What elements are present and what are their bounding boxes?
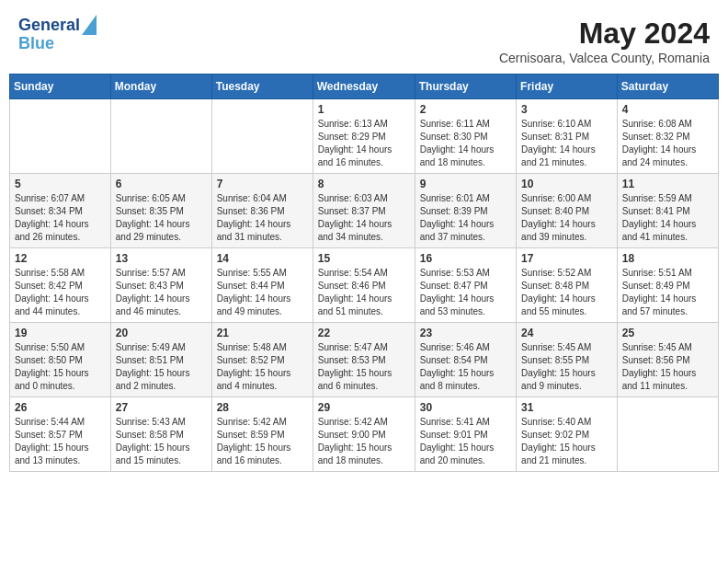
- day-info: Sunrise: 5:45 AMSunset: 8:55 PMDaylight:…: [521, 341, 612, 393]
- calendar-cell: 28Sunrise: 5:42 AMSunset: 8:59 PMDayligh…: [211, 397, 313, 472]
- calendar-cell: 18Sunrise: 5:51 AMSunset: 8:49 PMDayligh…: [617, 248, 718, 323]
- calendar-cell: 13Sunrise: 5:57 AMSunset: 8:43 PMDayligh…: [110, 248, 211, 323]
- calendar-cell: 14Sunrise: 5:55 AMSunset: 8:44 PMDayligh…: [211, 248, 313, 323]
- calendar-cell: 15Sunrise: 5:54 AMSunset: 8:46 PMDayligh…: [313, 248, 415, 323]
- day-info: Sunrise: 6:01 AMSunset: 8:39 PMDaylight:…: [420, 192, 511, 244]
- day-info: Sunrise: 5:52 AMSunset: 8:48 PMDaylight:…: [521, 267, 612, 318]
- calendar-cell: 16Sunrise: 5:53 AMSunset: 8:47 PMDayligh…: [415, 248, 516, 323]
- day-header-wednesday: Wednesday: [313, 75, 415, 99]
- day-number: 24: [521, 327, 612, 339]
- day-number: 4: [622, 103, 713, 116]
- day-info: Sunrise: 5:42 AMSunset: 8:59 PMDaylight:…: [217, 416, 308, 467]
- day-info: Sunrise: 5:57 AMSunset: 8:43 PMDaylight:…: [116, 267, 207, 318]
- day-info: Sunrise: 5:49 AMSunset: 8:51 PMDaylight:…: [116, 341, 207, 393]
- day-info: Sunrise: 5:53 AMSunset: 8:47 PMDaylight:…: [420, 267, 511, 318]
- day-number: 21: [217, 327, 308, 339]
- calendar-cell: 4Sunrise: 6:08 AMSunset: 8:32 PMDaylight…: [617, 99, 718, 174]
- day-number: 15: [318, 252, 410, 265]
- day-header-tuesday: Tuesday: [211, 75, 313, 99]
- day-info: Sunrise: 6:03 AMSunset: 8:37 PMDaylight:…: [318, 192, 410, 244]
- day-number: 12: [15, 252, 106, 265]
- day-number: 26: [15, 401, 106, 414]
- day-number: 20: [116, 327, 207, 339]
- day-number: 30: [420, 401, 511, 414]
- day-info: Sunrise: 5:44 AMSunset: 8:57 PMDaylight:…: [15, 416, 106, 467]
- calendar-title: May 2024: [499, 17, 710, 51]
- calendar-cell: 1Sunrise: 6:13 AMSunset: 8:29 PMDaylight…: [313, 99, 415, 174]
- calendar-week-row: 26Sunrise: 5:44 AMSunset: 8:57 PMDayligh…: [10, 397, 719, 472]
- day-info: Sunrise: 6:04 AMSunset: 8:36 PMDaylight:…: [217, 192, 308, 244]
- day-info: Sunrise: 6:11 AMSunset: 8:30 PMDaylight:…: [420, 118, 511, 169]
- day-header-saturday: Saturday: [617, 75, 718, 99]
- day-number: 19: [15, 327, 106, 339]
- calendar-week-row: 19Sunrise: 5:50 AMSunset: 8:50 PMDayligh…: [10, 323, 719, 397]
- day-info: Sunrise: 5:48 AMSunset: 8:52 PMDaylight:…: [217, 341, 308, 393]
- day-number: 25: [622, 327, 713, 339]
- day-header-thursday: Thursday: [415, 75, 516, 99]
- calendar-cell: 9Sunrise: 6:01 AMSunset: 8:39 PMDaylight…: [415, 174, 516, 248]
- calendar-cell: 19Sunrise: 5:50 AMSunset: 8:50 PMDayligh…: [10, 323, 111, 397]
- day-number: 14: [217, 252, 308, 265]
- calendar-cell: 17Sunrise: 5:52 AMSunset: 8:48 PMDayligh…: [517, 248, 618, 323]
- day-number: 17: [521, 252, 612, 265]
- day-number: 5: [15, 178, 106, 190]
- svg-marker-0: [82, 15, 97, 35]
- day-number: 13: [116, 252, 207, 265]
- day-number: 28: [217, 401, 308, 414]
- calendar-cell: 10Sunrise: 6:00 AMSunset: 8:40 PMDayligh…: [517, 174, 618, 248]
- calendar-cell: [211, 99, 313, 174]
- calendar-cell: 25Sunrise: 5:45 AMSunset: 8:56 PMDayligh…: [617, 323, 718, 397]
- page-header: General Blue May 2024 Cernisoara, Valcea…: [9, 9, 719, 70]
- day-info: Sunrise: 6:08 AMSunset: 8:32 PMDaylight:…: [622, 118, 713, 169]
- day-number: 31: [521, 401, 612, 414]
- day-header-sunday: Sunday: [10, 75, 111, 99]
- day-number: 23: [420, 327, 511, 339]
- calendar-cell: 24Sunrise: 5:45 AMSunset: 8:55 PMDayligh…: [517, 323, 618, 397]
- day-header-monday: Monday: [110, 75, 211, 99]
- calendar-cell: 2Sunrise: 6:11 AMSunset: 8:30 PMDaylight…: [415, 99, 516, 174]
- day-info: Sunrise: 5:41 AMSunset: 9:01 PMDaylight:…: [420, 416, 511, 467]
- day-info: Sunrise: 5:51 AMSunset: 8:49 PMDaylight:…: [622, 267, 713, 318]
- calendar-table: SundayMondayTuesdayWednesdayThursdayFrid…: [9, 74, 719, 472]
- day-info: Sunrise: 5:46 AMSunset: 8:54 PMDaylight:…: [420, 341, 511, 393]
- calendar-cell: 27Sunrise: 5:43 AMSunset: 8:58 PMDayligh…: [110, 397, 211, 472]
- day-info: Sunrise: 5:55 AMSunset: 8:44 PMDaylight:…: [217, 267, 308, 318]
- day-info: Sunrise: 5:45 AMSunset: 8:56 PMDaylight:…: [622, 341, 713, 393]
- title-area: May 2024 Cernisoara, Valcea County, Roma…: [499, 17, 710, 65]
- day-info: Sunrise: 5:54 AMSunset: 8:46 PMDaylight:…: [318, 267, 410, 318]
- calendar-cell: 30Sunrise: 5:41 AMSunset: 9:01 PMDayligh…: [415, 397, 516, 472]
- calendar-cell: [110, 99, 211, 174]
- day-number: 16: [420, 252, 511, 265]
- calendar-cell: 29Sunrise: 5:42 AMSunset: 9:00 PMDayligh…: [313, 397, 415, 472]
- calendar-cell: [617, 397, 718, 472]
- day-number: 22: [318, 327, 410, 339]
- calendar-cell: 8Sunrise: 6:03 AMSunset: 8:37 PMDaylight…: [313, 174, 415, 248]
- day-number: 6: [116, 178, 207, 190]
- day-info: Sunrise: 6:00 AMSunset: 8:40 PMDaylight:…: [521, 192, 612, 244]
- day-number: 10: [521, 178, 612, 190]
- calendar-week-row: 1Sunrise: 6:13 AMSunset: 8:29 PMDaylight…: [10, 99, 719, 174]
- day-number: 11: [622, 178, 713, 190]
- calendar-header-row: SundayMondayTuesdayWednesdayThursdayFrid…: [10, 75, 719, 99]
- calendar-cell: 23Sunrise: 5:46 AMSunset: 8:54 PMDayligh…: [415, 323, 516, 397]
- calendar-cell: 6Sunrise: 6:05 AMSunset: 8:35 PMDaylight…: [110, 174, 211, 248]
- day-info: Sunrise: 5:58 AMSunset: 8:42 PMDaylight:…: [15, 267, 106, 318]
- calendar-cell: 31Sunrise: 5:40 AMSunset: 9:02 PMDayligh…: [517, 397, 618, 472]
- day-number: 18: [622, 252, 713, 265]
- logo-text-general: General: [18, 17, 80, 35]
- day-info: Sunrise: 5:50 AMSunset: 8:50 PMDaylight:…: [15, 341, 106, 393]
- day-number: 8: [318, 178, 410, 190]
- calendar-cell: 5Sunrise: 6:07 AMSunset: 8:34 PMDaylight…: [10, 174, 111, 248]
- calendar-cell: [10, 99, 111, 174]
- logo: General Blue: [18, 17, 97, 53]
- day-info: Sunrise: 5:42 AMSunset: 9:00 PMDaylight:…: [318, 416, 410, 467]
- day-info: Sunrise: 5:59 AMSunset: 8:41 PMDaylight:…: [622, 192, 713, 244]
- logo-text-blue: Blue: [18, 35, 54, 53]
- calendar-week-row: 5Sunrise: 6:07 AMSunset: 8:34 PMDaylight…: [10, 174, 719, 248]
- day-info: Sunrise: 6:13 AMSunset: 8:29 PMDaylight:…: [318, 118, 410, 169]
- calendar-cell: 20Sunrise: 5:49 AMSunset: 8:51 PMDayligh…: [110, 323, 211, 397]
- day-number: 29: [318, 401, 410, 414]
- day-info: Sunrise: 5:47 AMSunset: 8:53 PMDaylight:…: [318, 341, 410, 393]
- calendar-cell: 11Sunrise: 5:59 AMSunset: 8:41 PMDayligh…: [617, 174, 718, 248]
- day-number: 2: [420, 103, 511, 116]
